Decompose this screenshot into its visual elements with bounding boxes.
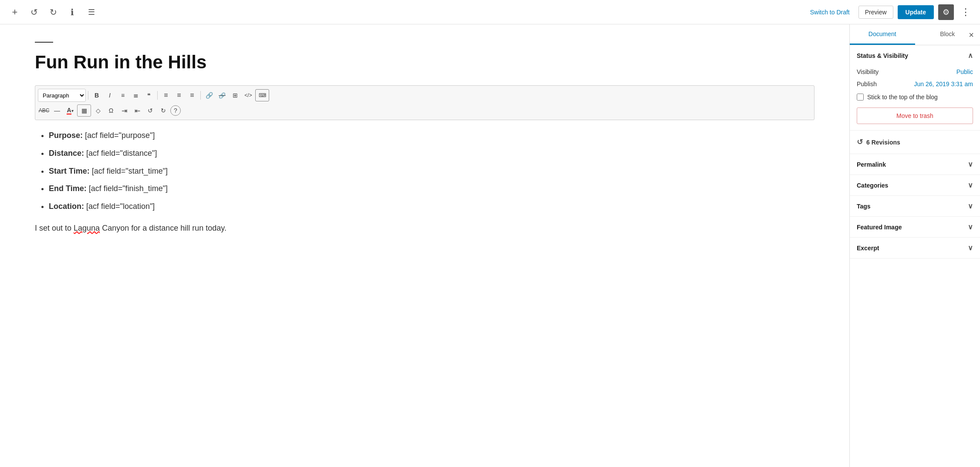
paragraph-content: I set out to Laguna Canyon for a distanc… bbox=[35, 222, 814, 235]
toolbar-separator-2 bbox=[157, 91, 158, 100]
custom-char-button[interactable]: ▦ bbox=[77, 104, 91, 117]
menu-button[interactable]: ☰ bbox=[84, 4, 99, 20]
revisions-label: 6 Revisions bbox=[866, 139, 900, 146]
more-options-button[interactable]: ⋮ bbox=[958, 5, 973, 20]
status-visibility-header[interactable]: Status & Visibility ∧ bbox=[850, 45, 980, 66]
link-icon: 🔗 bbox=[206, 92, 213, 99]
categories-section[interactable]: Categories ∨ bbox=[850, 175, 980, 196]
code-button[interactable]: </> bbox=[242, 89, 254, 101]
keyboard-button[interactable]: ⌨ bbox=[255, 89, 269, 101]
stick-checkbox[interactable] bbox=[857, 94, 864, 101]
editor-area[interactable]: Fun Run in the Hills Paragraph B I ≡ ≣ bbox=[0, 24, 849, 467]
list-item: Purpose: [acf field="purpose"] bbox=[49, 129, 814, 142]
eraser-button[interactable]: ◇ bbox=[92, 104, 104, 117]
hamburger-icon: ☰ bbox=[88, 7, 95, 17]
paragraph-select[interactable]: Paragraph bbox=[38, 89, 86, 102]
unlink-icon: 🔗 bbox=[219, 92, 226, 99]
featured-image-section[interactable]: Featured Image ∨ bbox=[850, 217, 980, 238]
preview-button[interactable]: Preview bbox=[858, 6, 893, 19]
redo-button[interactable]: ↻ bbox=[45, 4, 61, 20]
indent-out-icon: ⇤ bbox=[135, 107, 140, 115]
list-item: End Time: [acf field="finish_time"] bbox=[49, 182, 814, 195]
italic-icon: I bbox=[109, 92, 111, 99]
strikethrough-icon: ABC bbox=[39, 108, 50, 114]
featured-image-label: Featured Image bbox=[857, 224, 902, 231]
toolbar-separator-3 bbox=[200, 91, 201, 100]
toolbar-separator bbox=[88, 91, 88, 100]
tab-document[interactable]: Document bbox=[850, 24, 915, 45]
bold-button[interactable]: B bbox=[91, 89, 103, 101]
close-sidebar-button[interactable]: × bbox=[967, 28, 976, 41]
redo2-button[interactable]: ↻ bbox=[157, 104, 169, 117]
ordered-list-button[interactable]: ≣ bbox=[130, 89, 142, 101]
tags-label: Tags bbox=[857, 203, 871, 210]
status-visibility-label: Status & Visibility bbox=[857, 52, 908, 59]
revisions-section[interactable]: ↺ 6 Revisions bbox=[850, 131, 980, 154]
redo-icon: ↻ bbox=[50, 7, 57, 17]
strikethrough-button[interactable]: ABC bbox=[38, 104, 50, 117]
stick-row: Stick to the top of the blog bbox=[857, 90, 973, 105]
toolbar-row-1: Paragraph B I ≡ ≣ ❝ ≡ bbox=[38, 87, 811, 103]
align-left-button[interactable]: ≡ bbox=[160, 89, 172, 101]
tags-section[interactable]: Tags ∨ bbox=[850, 196, 980, 217]
char-icon: ▦ bbox=[81, 107, 87, 114]
indent-out-button[interactable]: ⇤ bbox=[131, 104, 143, 117]
blockquote-button[interactable]: ❝ bbox=[143, 89, 155, 101]
add-icon: + bbox=[12, 7, 18, 18]
visibility-row: Visibility Public bbox=[857, 66, 973, 78]
indent-in-button[interactable]: ⇥ bbox=[118, 104, 130, 117]
text-color-icon: A bbox=[67, 107, 71, 114]
eraser-icon: ◇ bbox=[96, 107, 101, 114]
categories-label: Categories bbox=[857, 182, 888, 189]
publish-value[interactable]: Jun 26, 2019 3:31 am bbox=[914, 81, 973, 87]
excerpt-chevron-icon: ∨ bbox=[968, 244, 973, 252]
table-button[interactable]: ⊞ bbox=[229, 89, 241, 101]
visibility-label: Visibility bbox=[857, 68, 879, 75]
visibility-value[interactable]: Public bbox=[956, 68, 973, 75]
table-icon: ⊞ bbox=[233, 92, 238, 99]
unordered-list-button[interactable]: ≡ bbox=[117, 89, 129, 101]
status-visibility-content: Visibility Public Publish Jun 26, 2019 3… bbox=[850, 66, 980, 130]
ellipsis-icon: ⋮ bbox=[961, 7, 970, 17]
help-icon: ? bbox=[174, 107, 177, 114]
italic-button[interactable]: I bbox=[104, 89, 116, 101]
undo2-button[interactable]: ↺ bbox=[144, 104, 156, 117]
stick-label: Stick to the top of the blog bbox=[867, 94, 938, 101]
undo-button[interactable]: ↺ bbox=[26, 4, 42, 20]
unlink-button[interactable]: 🔗 bbox=[216, 89, 228, 101]
align-right-icon: ≡ bbox=[190, 91, 194, 99]
move-trash-button[interactable]: Move to trash bbox=[857, 108, 973, 124]
horizontal-rule-button[interactable]: — bbox=[51, 104, 63, 117]
blockquote-icon: ❝ bbox=[147, 92, 151, 99]
excerpt-section[interactable]: Excerpt ∨ bbox=[850, 238, 980, 259]
help-button[interactable]: ? bbox=[170, 105, 181, 116]
sidebar: Document Block × Status & Visibility ∧ V… bbox=[849, 24, 980, 467]
post-content: Purpose: [acf field="purpose"] Distance:… bbox=[35, 129, 814, 235]
align-right-button[interactable]: ≡ bbox=[186, 89, 198, 101]
settings-button[interactable]: ⚙ bbox=[938, 4, 954, 20]
permalink-section[interactable]: Permalink ∨ bbox=[850, 154, 980, 175]
add-button[interactable]: + bbox=[7, 4, 23, 20]
align-center-icon: ≡ bbox=[177, 91, 181, 99]
keyboard-icon: ⌨ bbox=[259, 92, 266, 98]
post-title[interactable]: Fun Run in the Hills bbox=[35, 51, 814, 73]
link-button[interactable]: 🔗 bbox=[203, 89, 215, 101]
align-center-button[interactable]: ≡ bbox=[173, 89, 185, 101]
align-left-icon: ≡ bbox=[164, 91, 168, 99]
text-color-button[interactable]: A ▾ bbox=[64, 104, 76, 117]
redo2-icon: ↻ bbox=[161, 107, 166, 114]
block-toolbar: Paragraph B I ≡ ≣ ❝ ≡ bbox=[35, 85, 814, 120]
toolbar-row-2: ABC — A ▾ ▦ ◇ Ω ⇥ bbox=[38, 103, 811, 118]
update-button[interactable]: Update bbox=[898, 5, 934, 19]
info-button[interactable]: ℹ bbox=[64, 4, 80, 20]
undo-icon: ↺ bbox=[30, 7, 38, 17]
ul-icon: ≡ bbox=[121, 92, 125, 99]
status-visibility-section: Status & Visibility ∧ Visibility Public … bbox=[850, 45, 980, 131]
featured-image-chevron-icon: ∨ bbox=[968, 223, 973, 231]
indent-in-icon: ⇥ bbox=[122, 107, 127, 115]
publish-row: Publish Jun 26, 2019 3:31 am bbox=[857, 78, 973, 90]
undo2-icon: ↺ bbox=[148, 107, 153, 114]
switch-draft-button[interactable]: Switch to Draft bbox=[806, 6, 854, 18]
omega-button[interactable]: Ω bbox=[105, 104, 117, 117]
permalink-chevron-icon: ∨ bbox=[968, 160, 973, 168]
